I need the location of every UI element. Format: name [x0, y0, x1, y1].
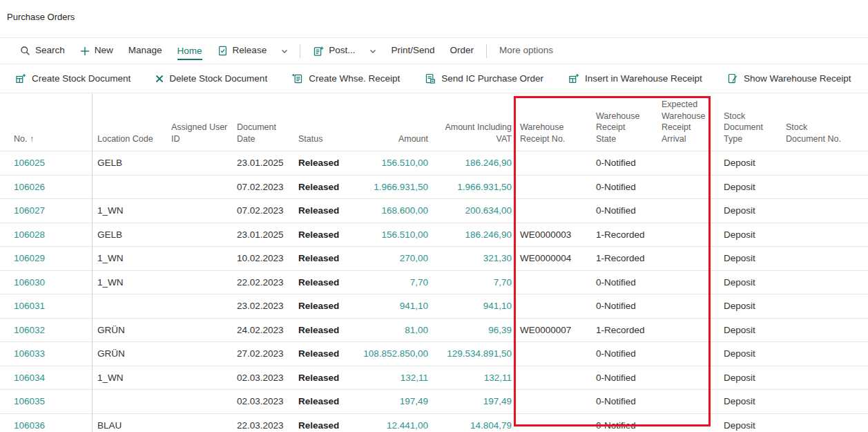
insert-in-warehouse-receipt-button[interactable]: Insert in Warehouse Receipt [568, 73, 702, 84]
cell-no[interactable]: 106029 [0, 253, 92, 263]
order-menu[interactable]: Order [442, 38, 481, 64]
home-tab[interactable]: Home [170, 38, 210, 64]
column-header-stock_document_type[interactable]: Stock Document Type [718, 111, 780, 145]
cell-amount[interactable]: 156.510,00 [343, 229, 431, 240]
send-ic-purchase-order-button[interactable]: Send IC Purchase Order [425, 73, 543, 84]
new-button[interactable]: New [73, 38, 121, 64]
purchase-orders-page: Purchase Orders Search New Manage Home R… [0, 0, 868, 432]
cell-amount[interactable]: 197,49 [343, 396, 431, 406]
cell-amount[interactable]: 168.600,00 [343, 205, 431, 216]
column-header-expected_warehouse_receipt_arrival[interactable]: Expected Warehouse Receipt Arrival [656, 99, 718, 144]
cell-amount[interactable]: 108.852.850,00 [343, 348, 431, 359]
delete-stock-document-label: Delete Stock Document [169, 73, 267, 84]
table-row[interactable]: 106028GELB23.01.2025Released156.510,0018… [0, 223, 868, 247]
cell-no[interactable]: 106035 [0, 396, 92, 406]
cell-status: Released [293, 205, 343, 216]
cell-amount[interactable]: 1.966.931,50 [343, 182, 431, 192]
cell-no[interactable]: 106031 [0, 301, 92, 311]
insert-in-warehouse-receipt-icon [568, 73, 579, 84]
cell-no[interactable]: 106032 [0, 325, 92, 335]
cell-location_code: GRÜN [92, 348, 166, 359]
cell-status: Released [293, 253, 343, 263]
release-dropdown-chevron-icon[interactable] [274, 38, 295, 64]
column-header-no[interactable]: No. ↑ [0, 133, 92, 145]
cell-document_date: 07.02.2023 [231, 205, 293, 216]
cell-amount_including_vat[interactable]: 14.804,79 [431, 420, 514, 431]
cell-stock_document_type: Deposit [718, 420, 780, 431]
table-row[interactable]: 106033GRÜN27.02.2023Released108.852.850,… [0, 341, 868, 366]
cell-no[interactable]: 106033 [0, 348, 92, 359]
create-stock-document-button[interactable]: Create Stock Document [15, 73, 131, 84]
cell-no[interactable]: 106034 [0, 373, 92, 383]
cell-stock_document_type: Deposit [718, 373, 780, 383]
show-warehouse-receipt-button[interactable]: Show Warehouse Receipt [727, 73, 851, 84]
table-row[interactable]: 10603123.02.2023Released941,10941,100-No… [0, 294, 868, 318]
cell-amount[interactable]: 132,11 [343, 373, 431, 383]
cell-stock_document_type: Deposit [718, 229, 780, 240]
cell-amount_including_vat[interactable]: 96,39 [431, 325, 514, 335]
cell-amount_including_vat[interactable]: 200.634,00 [431, 205, 514, 216]
release-label: Release [233, 45, 267, 57]
table-row[interactable]: 1060291_WN10.02.2023Released270,00321,30… [0, 246, 868, 270]
table-row[interactable]: 10603502.03.2023Released197,49197,490-No… [0, 389, 868, 413]
table-row[interactable]: 1060301_WN22.02.2023Released7,707,700-No… [0, 270, 868, 294]
cell-amount[interactable]: 7,70 [343, 277, 431, 288]
cell-amount_including_vat[interactable]: 7,70 [431, 277, 514, 288]
cell-amount_including_vat[interactable]: 321,30 [431, 253, 514, 263]
table-row[interactable]: 1060341_WN02.03.2023Released132,11132,11… [0, 366, 868, 390]
manage-menu[interactable]: Manage [121, 38, 170, 64]
send-ic-purchase-order-label: Send IC Purchase Order [441, 73, 543, 84]
post-button[interactable]: Post... [305, 38, 363, 64]
post-document-icon [313, 46, 324, 57]
cell-amount_including_vat[interactable]: 186.246,90 [431, 158, 514, 168]
cell-amount_including_vat[interactable]: 129.534.891,50 [431, 348, 514, 359]
cell-document_date: 23.01.2025 [231, 158, 293, 168]
cell-document_date: 22.02.2023 [231, 277, 293, 288]
more-options-button[interactable]: More options [492, 38, 561, 64]
table-row[interactable]: 106025GELB23.01.2025Released156.510,0018… [0, 151, 868, 175]
search-button[interactable]: Search [12, 38, 73, 64]
plus-icon [80, 46, 90, 56]
column-header-document_date[interactable]: Document Date [231, 122, 293, 144]
cell-status: Released [293, 420, 343, 431]
cell-warehouse_receipt_state: 0-Notified [590, 420, 656, 431]
cell-warehouse_receipt_state: 1-Recorded [590, 325, 656, 335]
table-row[interactable]: 1060271_WN07.02.2023Released168.600,0020… [0, 198, 868, 223]
cell-no[interactable]: 106036 [0, 420, 92, 431]
cell-amount_including_vat[interactable]: 186.246,90 [431, 229, 514, 240]
cell-no[interactable]: 106026 [0, 182, 92, 192]
cell-amount_including_vat[interactable]: 197,49 [431, 396, 514, 406]
cell-amount_including_vat[interactable]: 941,10 [431, 301, 514, 311]
cell-amount_including_vat[interactable]: 132,11 [431, 373, 514, 383]
column-header-location_code[interactable]: Location Code [92, 133, 166, 145]
table-row[interactable]: 106032GRÜN24.02.2023Released81,0096,39WE… [0, 318, 868, 342]
column-header-status[interactable]: Status [293, 133, 343, 145]
cell-amount[interactable]: 270,00 [343, 253, 431, 263]
column-header-warehouse_receipt_no[interactable]: Warehouse Receipt No. [514, 122, 590, 144]
cell-amount[interactable]: 12.441,00 [343, 420, 431, 431]
cell-no[interactable]: 106027 [0, 205, 92, 216]
print-send-menu[interactable]: Print/Send [383, 38, 442, 64]
cell-no[interactable]: 106025 [0, 158, 92, 168]
column-header-assigned_user_id[interactable]: Assigned User ID [166, 122, 231, 144]
column-header-warehouse_receipt_state[interactable]: Warehouse Receipt State [590, 111, 656, 145]
release-button[interactable]: Release [210, 38, 275, 64]
cell-amount[interactable]: 941,10 [343, 301, 431, 311]
cell-warehouse_receipt_state: 0-Notified [590, 158, 656, 168]
cell-amount[interactable]: 156.510,00 [343, 158, 431, 168]
cell-amount[interactable]: 81,00 [343, 325, 431, 335]
cell-document_date: 23.02.2023 [231, 301, 293, 311]
delete-stock-document-button[interactable]: Delete Stock Document [155, 73, 267, 84]
create-whse-receipt-button[interactable]: Create Whse. Receipt [292, 73, 400, 84]
column-header-amount[interactable]: Amount [343, 133, 431, 145]
column-header-stock_document_no[interactable]: Stock Document No. [780, 122, 868, 144]
column-header-amount_including_vat[interactable]: Amount Including VAT [431, 122, 514, 144]
post-dropdown-chevron-icon[interactable] [363, 38, 383, 64]
cell-warehouse_receipt_state: 0-Notified [590, 348, 656, 359]
table-row[interactable]: 10602607.02.2023Released1.966.931,501.96… [0, 175, 868, 199]
cell-status: Released [293, 229, 343, 240]
cell-no[interactable]: 106028 [0, 229, 92, 240]
table-row[interactable]: 106036BLAU22.03.2023Released12.441,0014.… [0, 413, 868, 432]
cell-no[interactable]: 106030 [0, 277, 92, 288]
cell-amount_including_vat[interactable]: 1.966.931,50 [431, 182, 514, 192]
